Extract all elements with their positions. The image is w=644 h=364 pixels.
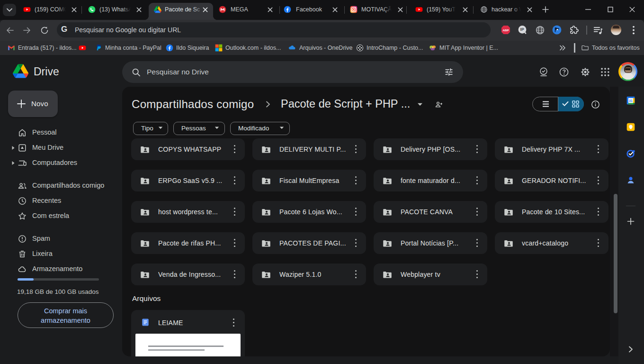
svg-text:IP: IP — [520, 27, 524, 32]
svg-text:ABP: ABP — [502, 28, 509, 32]
svg-text:31: 31 — [629, 99, 633, 103]
